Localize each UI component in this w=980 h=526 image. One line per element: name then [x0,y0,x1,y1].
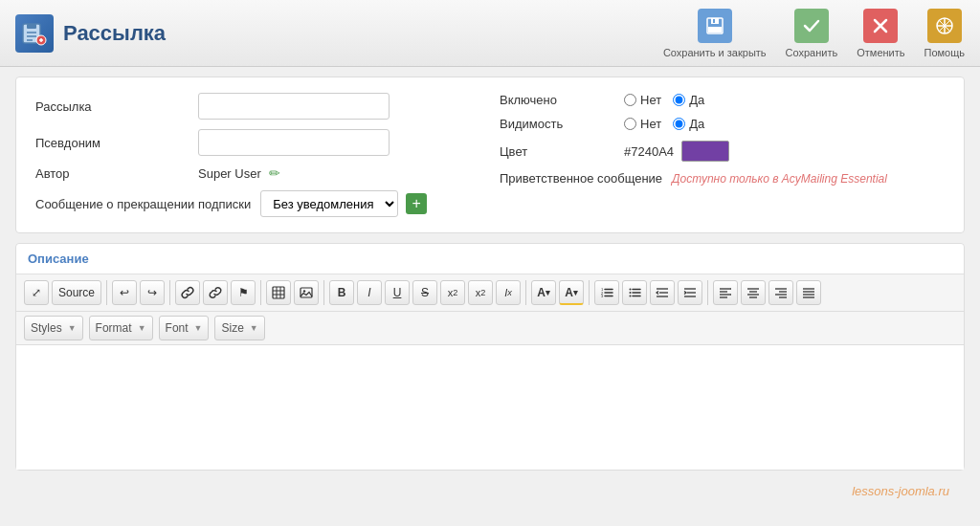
align-justify-button[interactable] [796,280,821,305]
vklyucheno-net-option[interactable]: Нет [624,93,661,107]
vklyucheno-label: Включено [500,93,614,107]
align-center-button[interactable] [741,280,766,305]
avtor-label: Автор [35,166,189,181]
header: Рассылка Сохранить и закрыть Сохранить [0,0,980,67]
strikethrough-button[interactable]: S [412,280,437,305]
svg-rect-10 [708,27,722,33]
font-dropdown[interactable]: Font ▼ [159,316,210,340]
save-icon [794,9,829,43]
svg-point-36 [630,292,632,294]
format-dropdown[interactable]: Format ▼ [89,316,153,340]
editor-area[interactable] [16,345,964,470]
styles-arrow-icon: ▼ [68,323,77,333]
size-arrow-icon: ▼ [250,323,258,333]
ul-button[interactable] [622,280,647,305]
cancel-icon [863,9,898,43]
underline-button[interactable]: U [385,280,410,305]
subscript-button[interactable]: x2 [440,280,465,305]
image-button[interactable] [294,280,319,305]
vidimost-row: Видимость Нет Да [500,117,945,131]
save-button[interactable]: Сохранить [786,9,838,58]
privetstvie-link[interactable]: Доступно только в AcyMailing Essential [672,172,887,186]
bold-button[interactable]: B [329,280,354,305]
soobshenie-select[interactable]: Без уведомления [260,190,398,217]
header-actions: Сохранить и закрыть Сохранить Отменить [663,9,965,58]
unlink-button[interactable] [203,280,228,305]
superscript-button[interactable]: x2 [468,280,493,305]
edit-author-icon[interactable]: ✏ [269,165,280,181]
save-close-button[interactable]: Сохранить и закрыть [663,9,767,58]
svg-point-25 [303,290,305,292]
privetstvie-row: Приветственное сообщение Доступно только… [500,171,945,186]
styles-dropdown[interactable]: Styles ▼ [24,316,83,340]
size-dropdown[interactable]: Size ▼ [214,316,264,340]
form-card: Рассылка Псевдоним Автор Super User ✏ [15,77,965,233]
vklyucheno-row: Включено Нет Да [500,93,945,107]
styles-label: Styles [31,321,62,335]
ol-button[interactable]: 123 [594,280,619,305]
font-label: Font [166,321,189,335]
form-grid: Рассылка Псевдоним Автор Super User ✏ [35,93,945,217]
vidimost-net-label: Нет [640,117,661,131]
color-swatch[interactable] [681,141,729,162]
vidimost-net-radio[interactable] [624,118,636,130]
author-text: Super User [198,166,261,181]
link-button[interactable] [175,280,200,305]
psevdonim-row: Псевдоним [35,129,480,156]
form-right-col: Включено Нет Да Видимость [500,93,945,217]
svg-text:3: 3 [601,294,604,298]
vidimost-da-radio[interactable] [673,118,685,130]
sep3 [260,280,261,305]
italic-button[interactable]: I [357,280,382,305]
undo-button[interactable]: ↩ [112,280,137,305]
rassylka-input[interactable] [198,93,390,120]
fullscreen-button[interactable]: ⤢ [24,280,49,305]
soobshenie-select-group: Без уведомления + [260,190,427,217]
help-button[interactable]: Помощь [924,9,966,58]
cvet-row: Цвет #7240A4 [500,141,945,162]
cancel-button[interactable]: Отменить [857,9,904,58]
svg-rect-1 [27,24,36,29]
outdent-button[interactable] [650,280,675,305]
vidimost-label: Видимость [500,117,614,131]
soobshenie-label: Сообщение о прекращении подписки [35,197,251,211]
sep4 [323,280,324,305]
vidimost-da-option[interactable]: Да [673,117,704,131]
table-button[interactable] [266,280,291,305]
sep7 [707,280,708,305]
fontcolor-button[interactable]: A▾ [531,280,556,305]
vklyucheno-net-radio[interactable] [624,94,636,106]
font-arrow-icon: ▼ [194,323,203,333]
svg-rect-19 [273,287,284,298]
vklyucheno-da-option[interactable]: Да [673,93,704,107]
bgcolor-button[interactable]: A▾ [559,280,584,305]
align-right-button[interactable] [768,280,793,305]
psevdonim-input[interactable] [198,129,390,156]
vidimost-net-option[interactable]: Нет [624,117,661,131]
color-hex: #7240A4 [624,144,674,159]
vidimost-radio-group: Нет Да [624,117,704,131]
save-close-label: Сохранить и закрыть [663,47,767,58]
flag-button[interactable]: ⚑ [231,280,256,305]
sep1 [106,280,107,305]
form-left-col: Рассылка Псевдоним Автор Super User ✏ [35,93,480,217]
page-title: Рассылка [63,21,166,46]
indent-button[interactable] [678,280,702,305]
format-label: Format [96,321,132,335]
soobshenie-add-button[interactable]: + [406,193,427,214]
redo-button[interactable]: ↪ [140,280,165,305]
psevdonim-label: Псевдоним [35,136,189,150]
align-left-button[interactable] [713,280,738,305]
vklyucheno-da-radio[interactable] [673,94,685,106]
main-content: Рассылка Псевдоним Автор Super User ✏ [0,67,980,514]
save-close-icon [698,9,732,43]
svg-point-37 [630,296,632,297]
author-value-row: Super User ✏ [198,165,280,181]
vklyucheno-radio-group: Нет Да [624,93,704,107]
watermark-text: lessons-joomla.ru [852,484,949,498]
sep6 [589,280,590,305]
removeformat-button[interactable]: Ix [496,280,521,305]
editor-legend: Описание [16,244,964,274]
source-button[interactable]: Source [52,280,101,305]
help-label: Помощь [924,47,966,58]
